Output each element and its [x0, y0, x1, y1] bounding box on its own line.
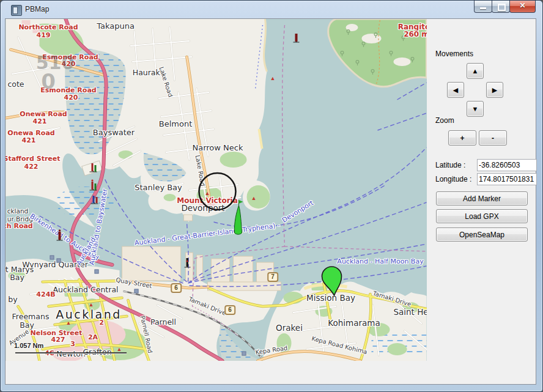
load-gpx-button[interactable]: Load GPX: [436, 209, 528, 223]
movements-label: Movements: [435, 50, 473, 58]
minimize-icon: [480, 7, 486, 9]
longitude-label: Longitude :: [435, 175, 471, 183]
latitude-input[interactable]: [477, 159, 537, 171]
move-left-button[interactable]: ◀: [447, 82, 464, 98]
longitude-input[interactable]: [477, 173, 537, 185]
maximize-icon: [498, 4, 506, 11]
zoom-label: Zoom: [435, 116, 454, 125]
zoom-in-button[interactable]: +: [448, 130, 476, 146]
move-up-button[interactable]: ▲: [467, 63, 484, 79]
zoom-out-button[interactable]: -: [479, 130, 507, 146]
scale-bar: [15, 352, 127, 353]
close-icon: ✕: [510, 1, 535, 10]
scale-text: 1.057 Nm: [14, 342, 43, 349]
openseamap-button[interactable]: OpenSeaMap: [436, 227, 528, 242]
add-marker-button[interactable]: Add Marker: [436, 191, 528, 205]
move-down-button[interactable]: ▼: [467, 101, 484, 117]
map-canvas[interactable]: TakapunaHaurakiBayswaterBelmontNarrow Ne…: [6, 19, 427, 361]
move-right-button[interactable]: ▶: [486, 82, 503, 98]
app-window: PBMap ✕: [0, 0, 543, 392]
map-base-layer: [6, 19, 427, 361]
close-button[interactable]: ✕: [509, 1, 536, 13]
maximize-button[interactable]: [492, 1, 510, 13]
latitude-label: Latitude :: [435, 161, 465, 169]
client-area: TakapunaHaurakiBayswaterBelmontNarrow Ne…: [5, 18, 536, 385]
title-bar[interactable]: PBMap ✕: [1, 1, 542, 18]
minimize-button[interactable]: [474, 1, 492, 13]
app-icon: [11, 5, 22, 16]
window-title: PBMap: [25, 5, 49, 13]
